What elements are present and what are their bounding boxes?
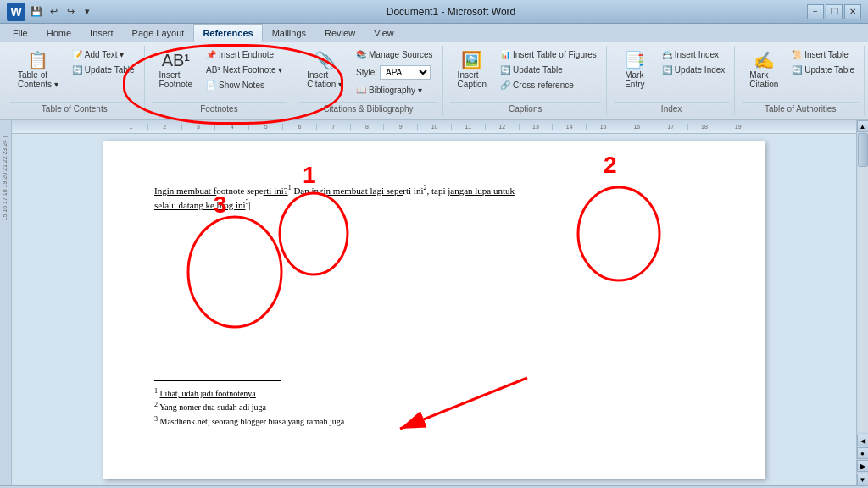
group-footnotes: AB¹ InsertFootnote 📌 Insert Endnote AB¹ … <box>147 46 293 115</box>
update-table-captions-button[interactable]: 🔄 Update Table <box>496 63 601 77</box>
ribbon-container: File Home Insert Page Layout References … <box>0 24 868 120</box>
insert-table-figures-label: Insert Table of Figures <box>513 50 597 59</box>
mark-citation-icon: ✍️ <box>754 52 775 69</box>
update-table-authorities-icon: 🔄 <box>792 65 802 75</box>
ruler-14: 14 <box>552 124 586 130</box>
customize-button[interactable]: ▾ <box>80 4 95 19</box>
group-captions-inner: 🖼️ InsertCaption 📊 Insert Table of Figur… <box>450 47 601 100</box>
update-table-captions-icon: 🔄 <box>500 65 510 75</box>
tab-file[interactable]: File <box>3 24 37 42</box>
insert-citation-icon: 📎 <box>314 52 336 69</box>
close-button[interactable]: ✕ <box>844 4 861 19</box>
mark-citation-button[interactable]: ✍️ MarkCitation <box>742 47 786 93</box>
tab-view[interactable]: View <box>364 24 403 42</box>
insert-table-authorities-button[interactable]: 📜 Insert Table <box>787 47 859 62</box>
add-text-button[interactable]: 📝 Add Text ▾ <box>68 47 139 62</box>
insert-caption-button[interactable]: 🖼️ InsertCaption <box>450 47 494 93</box>
insert-endnote-button[interactable]: 📌 Insert Endnote <box>202 47 287 62</box>
vertical-scrollbar[interactable]: ▲ ◀ ● ▶ ▼ <box>856 120 868 485</box>
group-citations: 📎 InsertCitation ▾ 📚 Manage Sources Styl… <box>294 46 442 115</box>
ruler-mark-15: ─ <box>3 134 8 140</box>
insert-footnote-label: InsertFootnote <box>159 70 192 89</box>
mark-citation-label: MarkCitation <box>749 70 778 89</box>
next-footnote-icon: AB¹ <box>206 65 220 75</box>
svg-point-5 <box>188 217 281 327</box>
tab-mailings[interactable]: Mailings <box>263 24 315 42</box>
insert-table-figures-button[interactable]: 📊 Insert Table of Figures <box>496 47 601 62</box>
scroll-up-button[interactable]: ▲ <box>857 120 869 132</box>
scroll-select[interactable]: ● <box>857 447 869 459</box>
redo-button[interactable]: ↪ <box>63 4 78 19</box>
group-footnotes-inner: AB¹ InsertFootnote 📌 Insert Endnote AB¹ … <box>152 47 287 100</box>
ruler-2: 2 <box>147 124 181 130</box>
tab-review[interactable]: Review <box>315 24 364 42</box>
cross-reference-button[interactable]: 🔗 Cross-reference <box>496 78 601 92</box>
ruler-17: 17 <box>654 124 687 130</box>
group-captions-label: Captions <box>450 102 601 114</box>
ribbon-tabs: File Home Insert Page Layout References … <box>0 24 868 42</box>
index-stack: 📇 Insert Index 🔄 Update Index <box>658 47 730 77</box>
ribbon: File Home Insert Page Layout References … <box>0 24 868 120</box>
document-page[interactable]: 1 2 3 <box>103 141 765 479</box>
scroll-prev-page[interactable]: ◀ <box>857 435 869 446</box>
next-footnote-button[interactable]: AB¹ Next Footnote ▾ <box>202 63 287 77</box>
minimize-button[interactable]: − <box>807 4 824 19</box>
group-authorities-label: Table of Authorities <box>742 102 859 114</box>
group-toc-label: Table of Contents <box>10 102 139 114</box>
insert-index-icon: 📇 <box>662 50 672 59</box>
mark-entry-button[interactable]: 📑 MarkEntry <box>614 47 656 93</box>
footnote-stack: 📌 Insert Endnote AB¹ Next Footnote ▾ 📄 S… <box>202 47 287 92</box>
update-index-button[interactable]: 🔄 Update Index <box>658 63 730 77</box>
manage-sources-button[interactable]: 📚 Manage Sources <box>352 47 437 62</box>
toc-stack: 📝 Add Text ▾ 🔄 Update Table <box>68 47 139 77</box>
tab-references[interactable]: References <box>193 24 262 42</box>
insert-caption-icon: 🖼️ <box>461 52 482 69</box>
title-bar-left: W 💾 ↩ ↪ ▾ <box>7 3 95 21</box>
tab-insert[interactable]: Insert <box>81 24 123 42</box>
toc-icon: 📋 <box>27 52 48 69</box>
ruler-11: 11 <box>451 124 485 130</box>
ruler-numbers: 15 16 17 18 19 20 21 22 23 24 <box>0 140 11 220</box>
vertical-ruler: ─ 15 16 17 18 19 20 21 22 23 24 <box>0 120 12 485</box>
style-selector[interactable]: Style: APA MLA Chicago <box>352 63 437 82</box>
ruler-18: 18 <box>687 124 721 130</box>
ruler-13: 13 <box>519 124 553 130</box>
undo-button[interactable]: ↩ <box>46 4 61 19</box>
group-toc-inner: 📋 Table ofContents ▾ 📝 Add Text ▾ 🔄 Upda… <box>10 47 139 100</box>
ruler-3: 3 <box>181 124 215 130</box>
scroll-down-button[interactable]: ▼ <box>857 474 869 485</box>
group-index-inner: 📑 MarkEntry 📇 Insert Index 🔄 Update Inde… <box>614 47 730 100</box>
ruler-10: 10 <box>417 124 451 130</box>
scroll-thumb[interactable] <box>858 133 868 167</box>
show-notes-button[interactable]: 📄 Show Notes <box>202 78 287 92</box>
tab-layout[interactable]: Page Layout <box>123 24 194 42</box>
ruler-9: 9 <box>383 124 417 130</box>
footnote-ref-1: 1 <box>288 184 292 191</box>
bibliography-button[interactable]: 📖 Bibliography ▾ <box>352 83 437 97</box>
next-footnote-label: Next Footnote ▾ <box>223 65 283 75</box>
save-button[interactable]: 💾 <box>29 4 44 19</box>
group-citations-inner: 📎 InsertCitation ▾ 📚 Manage Sources Styl… <box>299 47 437 100</box>
insert-citation-button[interactable]: 📎 InsertCitation ▾ <box>299 47 350 93</box>
insert-table-authorities-label: Insert Table <box>804 50 849 59</box>
update-table-authorities-button[interactable]: 🔄 Update Table <box>787 63 859 77</box>
insert-footnote-button[interactable]: AB¹ InsertFootnote <box>152 47 200 93</box>
insert-citation-label: InsertCitation ▾ <box>307 70 342 89</box>
insert-index-label: Insert Index <box>675 50 719 59</box>
show-notes-label: Show Notes <box>219 80 264 90</box>
insert-table-authorities-icon: 📜 <box>792 50 802 59</box>
scroll-next-page[interactable]: ▶ <box>857 460 869 472</box>
footnote-2: 2 Yang nomer dua sudah adi juga <box>154 400 714 413</box>
update-table-toc-button[interactable]: 🔄 Update Table <box>68 63 139 77</box>
window-title: Document1 - Microsoft Word <box>95 6 807 18</box>
table-of-contents-button[interactable]: 📋 Table ofContents ▾ <box>10 47 66 93</box>
caption-stack: 📊 Insert Table of Figures 🔄 Update Table… <box>496 47 601 92</box>
insert-index-button[interactable]: 📇 Insert Index <box>658 47 730 62</box>
style-dropdown[interactable]: APA MLA Chicago <box>380 65 431 80</box>
ruler-12: 12 <box>485 124 519 130</box>
restore-button[interactable]: ❐ <box>826 4 843 19</box>
cross-reference-label: Cross-reference <box>513 80 574 90</box>
tab-home[interactable]: Home <box>37 24 81 42</box>
group-citations-label: Citations & Bibliography <box>299 102 437 114</box>
group-index-label: Index <box>614 102 730 114</box>
